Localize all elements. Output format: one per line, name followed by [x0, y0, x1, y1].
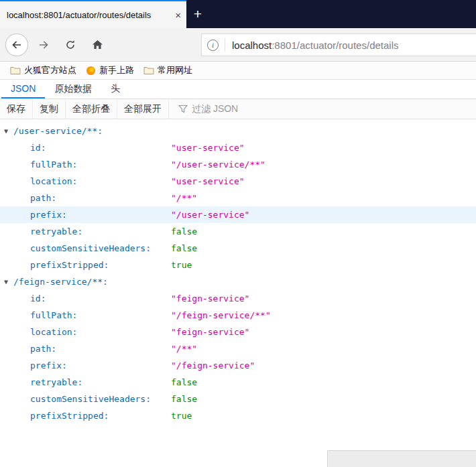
- filter-placeholder: 过滤 JSON: [192, 103, 238, 115]
- tree-row[interactable]: path:"/**": [0, 340, 476, 357]
- tree-value: false: [171, 243, 197, 253]
- tree-row[interactable]: prefix:"/feign-service": [0, 357, 476, 374]
- forward-arrow-icon: [38, 40, 49, 50]
- urlbar-separator: [225, 38, 225, 52]
- tree-key: retryable:: [30, 374, 171, 391]
- back-button[interactable]: [5, 34, 28, 56]
- tree-key: path:: [30, 340, 171, 357]
- tree-row[interactable]: prefixStripped:true: [0, 257, 476, 273]
- tree-value: "feign-service": [171, 327, 249, 337]
- tree-value: "/**": [171, 193, 197, 203]
- tree-group-key: /user-service/**:: [13, 126, 103, 136]
- tab-raw-data[interactable]: 原始数据: [45, 80, 101, 98]
- tab-bar: localhost:8801/actuator/routes/details ×…: [0, 0, 476, 28]
- folder-icon: [10, 66, 21, 75]
- tree-row[interactable]: id:"feign-service": [0, 290, 476, 307]
- collapse-arrow-icon[interactable]: ▼: [4, 273, 12, 290]
- tree-row[interactable]: customSensitiveHeaders:false: [0, 391, 476, 407]
- json-viewer-toolbar: 保存 复制 全部折叠 全部展开 过滤 JSON: [0, 99, 476, 119]
- tree-row[interactable]: location:"user-service": [0, 173, 476, 190]
- tree-key: id:: [30, 290, 171, 307]
- home-button[interactable]: [86, 34, 109, 56]
- tree-row[interactable]: retryable:false: [0, 374, 476, 391]
- tree-value: "user-service": [171, 176, 245, 186]
- tree-value: true: [171, 260, 192, 270]
- tree-value: false: [171, 377, 197, 387]
- folder-icon: [143, 66, 154, 75]
- tree-row[interactable]: retryable:false: [0, 223, 476, 240]
- tree-row[interactable]: fullPath:"/user-service/**": [0, 156, 476, 173]
- url-bar[interactable]: i localhost:8801/actuator/routes/details: [201, 34, 476, 56]
- tab-headers[interactable]: 头: [101, 80, 129, 98]
- filter-funnel-icon: [178, 105, 188, 113]
- back-arrow-icon: [11, 40, 22, 50]
- browser-window: localhost:8801/actuator/routes/details ×…: [0, 0, 476, 467]
- tree-row[interactable]: prefix:"/user-service": [0, 206, 476, 223]
- json-tree: ▼/user-service/**:id:"user-service"fullP…: [0, 123, 476, 424]
- filter-json-input[interactable]: 过滤 JSON: [178, 103, 238, 115]
- forward-button[interactable]: [32, 34, 55, 56]
- tree-key: id:: [30, 139, 171, 156]
- tree-row[interactable]: id:"user-service": [0, 139, 476, 156]
- tree-value: "/user-service": [171, 210, 249, 220]
- tree-group-key: /feign-service/**:: [13, 277, 108, 287]
- bookmark-label: 常用网址: [158, 64, 192, 76]
- tree-key: customSensitiveHeaders:: [30, 391, 171, 407]
- tree-key: customSensitiveHeaders:: [30, 240, 171, 257]
- collapse-arrow-icon[interactable]: ▼: [4, 123, 12, 139]
- tree-key: retryable:: [30, 223, 171, 240]
- info-icon[interactable]: i: [207, 40, 219, 51]
- reload-button[interactable]: [59, 34, 82, 56]
- save-button[interactable]: 保存: [0, 99, 33, 119]
- new-tab-button[interactable]: +: [186, 0, 209, 28]
- bookmark-item-common-sites[interactable]: 常用网址: [139, 63, 197, 78]
- tree-value: true: [171, 411, 192, 421]
- tree-key: fullPath:: [30, 156, 171, 173]
- tab-close-icon[interactable]: ×: [175, 9, 181, 21]
- tree-value: "/feign-service": [171, 360, 255, 371]
- url-path: :8801/actuator/routes/details: [272, 40, 398, 51]
- url-text[interactable]: localhost:8801/actuator/routes/details: [232, 40, 399, 51]
- tree-value: false: [171, 394, 197, 404]
- tree-key: prefixStripped:: [30, 257, 171, 273]
- json-viewer-tabs: JSON 原始数据 头: [0, 80, 476, 99]
- tree-row[interactable]: location:"feign-service": [0, 324, 476, 340]
- tree-row[interactable]: prefixStripped:true: [0, 407, 476, 424]
- reload-icon: [65, 40, 76, 50]
- tab-title: localhost:8801/actuator/routes/details: [7, 10, 171, 20]
- tree-row[interactable]: fullPath:"/feign-service/**": [0, 307, 476, 324]
- tree-key: prefixStripped:: [30, 407, 171, 424]
- tree-key: prefix:: [30, 357, 171, 374]
- tree-row[interactable]: path:"/**": [0, 190, 476, 206]
- tree-value: "user-service": [171, 143, 245, 153]
- tree-group-row[interactable]: ▼/feign-service/**:: [0, 273, 476, 290]
- home-icon: [92, 39, 103, 50]
- bookmark-item-getting-started[interactable]: 新手上路: [81, 63, 139, 78]
- tree-key: path:: [30, 190, 171, 206]
- tree-key: location:: [30, 173, 171, 190]
- browser-tab[interactable]: localhost:8801/actuator/routes/details ×: [0, 0, 186, 28]
- tab-json[interactable]: JSON: [1, 80, 45, 98]
- collapse-all-button[interactable]: 全部折叠: [66, 99, 117, 119]
- tree-value: "/user-service/**": [171, 159, 265, 170]
- tree-row[interactable]: customSensitiveHeaders:false: [0, 240, 476, 257]
- bookmarks-bar: 火狐官方站点 新手上路 常用网址: [0, 62, 476, 80]
- tree-key: fullPath:: [30, 307, 171, 324]
- tree-value: "/feign-service/**": [171, 310, 271, 320]
- navigation-toolbar: i localhost:8801/actuator/routes/details: [0, 28, 476, 62]
- url-host: localhost: [232, 40, 272, 51]
- bookmark-item-firefox-official[interactable]: 火狐官方站点: [5, 63, 81, 78]
- tree-group-row[interactable]: ▼/user-service/**:: [0, 123, 476, 139]
- bookmark-label: 新手上路: [99, 64, 134, 76]
- bookmark-label: 火狐官方站点: [24, 64, 76, 76]
- bottom-right-panel: [327, 450, 476, 467]
- tree-value: false: [171, 226, 197, 237]
- tree-key: location:: [30, 324, 171, 340]
- firefox-icon: [86, 66, 96, 76]
- tree-key: prefix:: [30, 206, 171, 223]
- copy-button[interactable]: 复制: [33, 99, 66, 119]
- tree-value: "/**": [171, 344, 197, 354]
- expand-all-button[interactable]: 全部展开: [117, 99, 169, 119]
- tree-value: "feign-service": [171, 293, 249, 304]
